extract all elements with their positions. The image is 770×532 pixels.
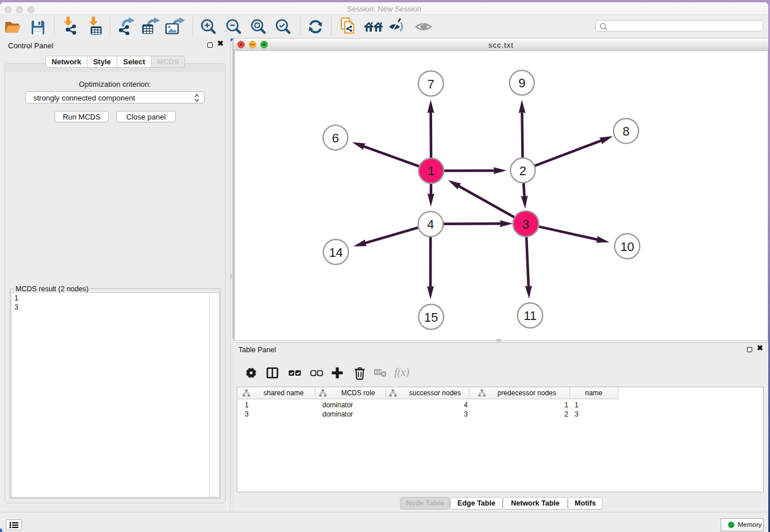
svg-text:14: 14 <box>329 245 342 260</box>
svg-text:4: 4 <box>427 217 434 232</box>
svg-text:15: 15 <box>424 310 438 325</box>
svg-text:9: 9 <box>518 76 525 90</box>
svg-text:6: 6 <box>332 131 339 145</box>
svg-text:3: 3 <box>522 217 529 232</box>
svg-text:2: 2 <box>519 164 526 178</box>
svg-text:10: 10 <box>620 240 634 254</box>
svg-text:1: 1 <box>428 164 434 178</box>
svg-text:11: 11 <box>523 309 537 323</box>
svg-text:8: 8 <box>622 124 629 138</box>
svg-text:7: 7 <box>428 77 434 91</box>
